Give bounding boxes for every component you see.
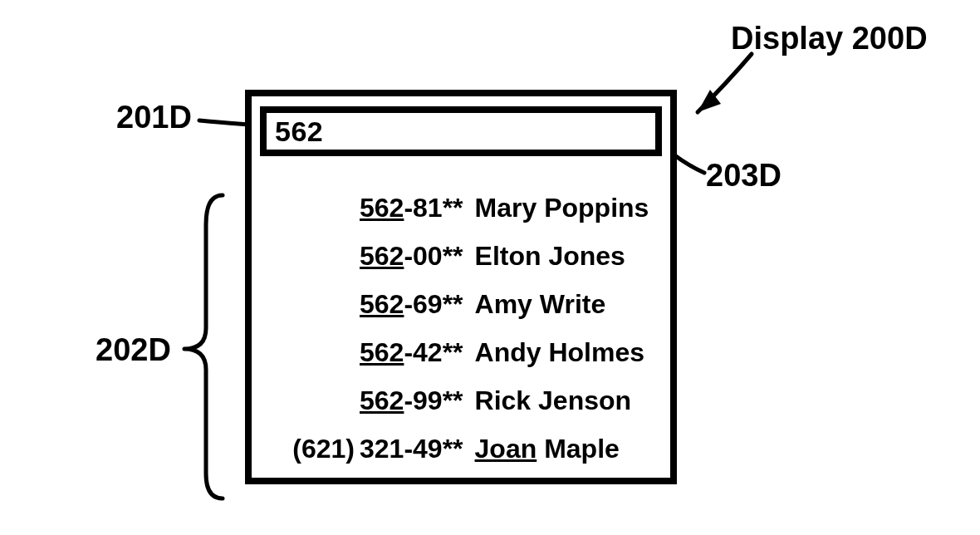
diagram-stage: Display 200D 201D 202D 203D 562 562-81**… (0, 0, 980, 535)
match-name: Elton Jones (475, 232, 625, 280)
match-row[interactable]: 562-69**Amy Write (252, 280, 662, 328)
svg-marker-0 (698, 90, 721, 112)
match-number: 562-81** (360, 184, 475, 232)
match-number: 562-99** (360, 376, 475, 425)
match-number: 562-00** (360, 232, 475, 280)
match-name: Andy Holmes (475, 328, 644, 376)
display-callout-label: Display 200D (731, 21, 928, 56)
match-name: Mary Poppins (475, 184, 649, 232)
match-number: 562-42** (360, 328, 475, 376)
input-box-callout-label: 203D (706, 158, 782, 194)
number-input[interactable]: 562 (260, 106, 662, 156)
match-row[interactable]: 562-81**Mary Poppins (252, 184, 662, 232)
match-row[interactable]: (621)321-49**Joan Maple (252, 425, 662, 473)
match-number: 562-69** (360, 280, 475, 328)
match-list: 562-81**Mary Poppins562-00**Elton Jones5… (252, 184, 670, 468)
match-name: Rick Jenson (475, 376, 632, 425)
number-input-value: 562 (275, 115, 323, 148)
match-area-code: (621) (252, 425, 360, 473)
match-name: Amy Write (475, 280, 606, 328)
match-list-callout-label: 202D (96, 332, 171, 368)
match-row[interactable]: 562-42**Andy Holmes (252, 328, 662, 376)
input-field-callout-label: 201D (116, 100, 192, 135)
match-number: 321-49** (360, 425, 475, 473)
match-row[interactable]: 562-00**Elton Jones (252, 232, 662, 280)
display-window: 562 562-81**Mary Poppins562-00**Elton Jo… (245, 90, 677, 484)
match-row[interactable]: 562-99**Rick Jenson (252, 376, 662, 425)
match-name: Joan Maple (475, 425, 620, 473)
